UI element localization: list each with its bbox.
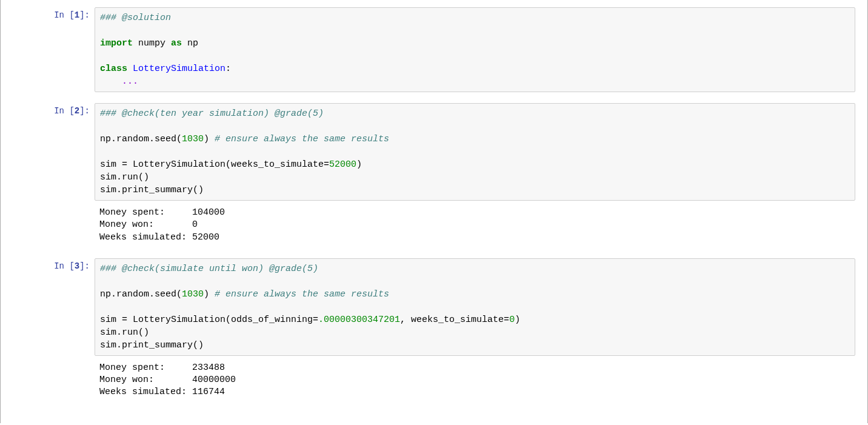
keyword-import: import: [100, 38, 133, 49]
output-cell: Money spent: 233488 Money won: 40000000 …: [13, 358, 855, 403]
number-literal: .00000300347201: [318, 315, 400, 325]
code-cell[interactable]: In [2]: ### @check(ten year simulation) …: [13, 103, 855, 201]
class-name: LotterySimulation: [133, 64, 225, 74]
code-comment: # ensure always the same results: [215, 134, 389, 144]
output-prompt: [13, 358, 95, 403]
keyword-as: as: [171, 38, 182, 49]
output-text: Money spent: 233488 Money won: 40000000 …: [95, 358, 855, 403]
number-literal: 0: [509, 315, 515, 325]
code-cell[interactable]: In [1]: ### @solution import numpy as np…: [13, 7, 855, 92]
number-literal: 52000: [329, 159, 356, 170]
input-prompt: In [1]:: [13, 7, 95, 92]
output-cell: Money spent: 104000 Money won: 0 Weeks s…: [13, 203, 855, 247]
notebook: In [1]: ### @solution import numpy as np…: [0, 0, 868, 423]
code-comment: ### @check(ten year simulation) @grade(5…: [100, 109, 324, 119]
code-comment: # ensure always the same results: [215, 289, 389, 300]
input-prompt: In [3]:: [13, 258, 95, 356]
ellipsis: ...: [122, 76, 138, 87]
keyword-class: class: [100, 64, 127, 74]
code-input[interactable]: ### @solution import numpy as np class L…: [95, 7, 855, 92]
number-literal: 1030: [182, 134, 204, 144]
input-prompt: In [2]:: [13, 103, 95, 201]
number-literal: 1030: [182, 289, 204, 300]
output-text: Money spent: 104000 Money won: 0 Weeks s…: [95, 203, 855, 247]
code-comment: ### @check(simulate until won) @grade(5): [100, 264, 318, 274]
code-cell[interactable]: In [3]: ### @check(simulate until won) @…: [13, 258, 855, 356]
output-prompt: [13, 203, 95, 247]
code-input[interactable]: ### @check(simulate until won) @grade(5)…: [95, 258, 855, 356]
code-comment: ### @solution: [100, 13, 171, 23]
code-input[interactable]: ### @check(ten year simulation) @grade(5…: [95, 103, 855, 201]
